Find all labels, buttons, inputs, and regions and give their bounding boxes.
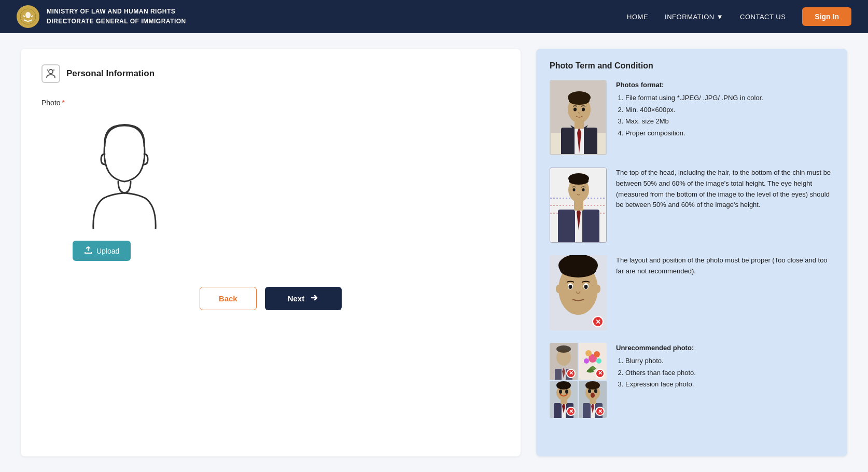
left-panel: Personal Information Photo* (21, 49, 521, 456)
svg-point-29 (573, 188, 576, 191)
header-branding: MINISTRY OF LAW AND HUMAN RIGHTS DIRECTO… (17, 5, 186, 28)
svg-point-40 (595, 285, 600, 293)
photo-non-face: ✕ (579, 343, 607, 380)
navigation-buttons: Back Next (41, 287, 500, 310)
main-nav: HOME INFORMATION ▼ CONTACT US Sign In (627, 7, 851, 26)
person-icon (41, 64, 60, 83)
section-header: Personal Information (41, 64, 500, 83)
svg-point-16 (573, 108, 577, 112)
next-button[interactable]: Next (265, 287, 342, 310)
unrec-x-1: ✕ (566, 369, 576, 378)
chevron-down-icon: ▼ (717, 13, 723, 21)
term-row-unrecommended: ✕ ✕ (550, 343, 834, 418)
photo-format-image (550, 80, 607, 155)
svg-point-51 (584, 358, 589, 364)
svg-point-34 (560, 262, 596, 277)
svg-point-70 (588, 389, 591, 393)
right-panel: Photo Term and Condition (536, 49, 847, 456)
term-layout-text: The layout and position of the photo mus… (616, 255, 834, 277)
svg-point-50 (594, 351, 600, 357)
signin-button[interactable]: Sign In (802, 7, 851, 26)
photo-composition-image (550, 168, 607, 243)
header-title: MINISTRY OF LAW AND HUMAN RIGHTS DIRECTO… (47, 7, 186, 26)
photo-expression-1: ✕ (550, 381, 578, 419)
svg-point-43 (556, 345, 571, 353)
term-row-layout: ✕ The layout and position of the photo m… (550, 255, 834, 330)
svg-point-39 (556, 285, 561, 293)
nav-information[interactable]: INFORMATION ▼ (665, 13, 723, 21)
svg-point-60 (559, 390, 562, 394)
svg-point-59 (556, 381, 571, 390)
photo-unrecommended-images: ✕ ✕ (550, 343, 607, 418)
svg-point-2 (49, 70, 53, 74)
term-row-format: Photos format: File format using *.JPEG/… (550, 80, 834, 155)
svg-point-49 (585, 350, 592, 356)
upload-icon (84, 246, 92, 256)
section-title: Personal Information (66, 68, 155, 79)
term-format-text: Photos format: File format using *.JPEG/… (616, 80, 834, 140)
main-content: Personal Information Photo* (0, 33, 868, 472)
avatar-placeholder (73, 115, 176, 231)
svg-point-61 (565, 390, 568, 394)
unrec-x-3: ✕ (566, 407, 576, 416)
term-unrecommended-text: Unrecommended photo: Blurry photo. Other… (616, 343, 834, 391)
nav-home[interactable]: HOME (627, 13, 648, 21)
photo-blurry: ✕ (550, 343, 578, 380)
arrow-right-icon (310, 293, 319, 304)
photo-expression-2: ✕ (579, 381, 607, 419)
back-button[interactable]: Back (200, 287, 257, 310)
term-composition-text: The top of the head, including the hair,… (616, 168, 834, 211)
unrec-x-2: ✕ (595, 369, 605, 378)
photo-terms-title: Photo Term and Condition (550, 61, 834, 71)
main-header: MINISTRY OF LAW AND HUMAN RIGHTS DIRECTO… (0, 0, 868, 33)
svg-point-17 (582, 108, 585, 112)
svg-point-69 (591, 393, 595, 398)
logo-icon (17, 5, 39, 28)
svg-point-71 (594, 389, 597, 393)
nav-contact[interactable]: CONTACT US (740, 13, 786, 21)
svg-point-37 (569, 285, 572, 289)
svg-point-68 (585, 381, 600, 390)
photo-field-label: Photo* (41, 99, 500, 107)
svg-point-38 (584, 285, 588, 289)
term-row-composition: The top of the head, including the hair,… (550, 168, 834, 243)
svg-point-15 (569, 96, 590, 105)
svg-point-1 (25, 12, 31, 18)
unrec-x-4: ✕ (595, 407, 605, 416)
avatar-area: Upload (73, 115, 500, 261)
layout-badge-x: ✕ (592, 316, 604, 327)
photo-layout-image: ✕ (550, 255, 607, 330)
svg-point-52 (596, 358, 601, 364)
svg-point-28 (569, 177, 589, 185)
svg-point-30 (582, 188, 585, 191)
upload-button[interactable]: Upload (73, 241, 131, 261)
